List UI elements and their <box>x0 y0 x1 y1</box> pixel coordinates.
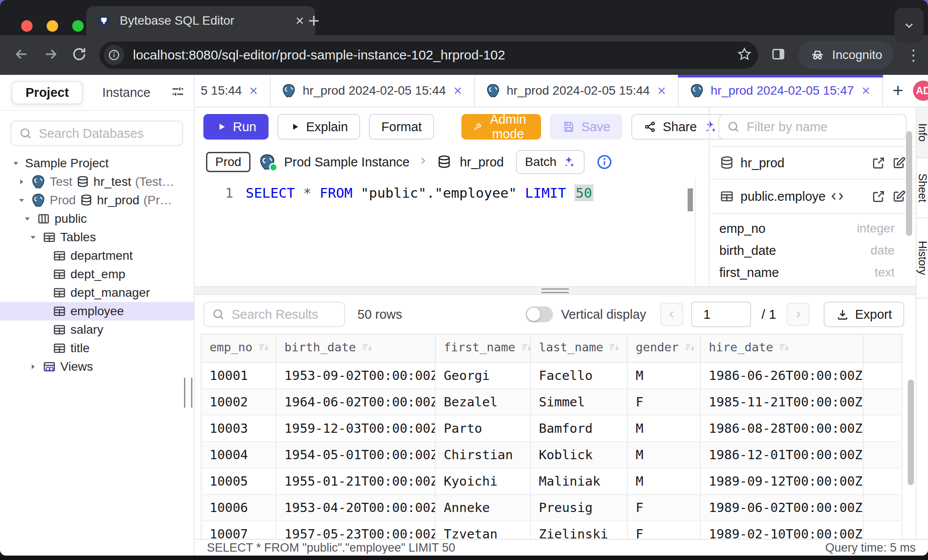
tree-item-title[interactable]: title <box>0 339 194 357</box>
tab-overview-button[interactable] <box>895 8 924 43</box>
format-button[interactable]: Format <box>369 114 434 140</box>
forward-icon[interactable] <box>42 46 59 64</box>
prev-page-button[interactable] <box>660 303 683 326</box>
column-row[interactable]: emp_nointeger <box>719 217 906 239</box>
cell[interactable]: 1955-01-21T00:00:00Z <box>276 468 435 494</box>
cell[interactable]: F <box>627 494 700 521</box>
tree-settings-icon[interactable] <box>170 84 186 101</box>
tree-item-sample-project[interactable]: Sample Project <box>0 154 194 173</box>
caret-down-icon[interactable] <box>22 214 33 224</box>
minimize-window-button[interactable] <box>47 20 58 32</box>
cell[interactable]: M <box>627 468 700 494</box>
column-row[interactable]: first_nametext <box>719 262 906 284</box>
filter-by-name-input[interactable] <box>718 114 907 140</box>
tab-history[interactable]: History <box>917 218 928 298</box>
sort-icon[interactable] <box>608 343 621 357</box>
vertical-display-toggle[interactable] <box>526 306 553 322</box>
explain-button[interactable]: Explain <box>277 114 360 140</box>
column-row[interactable]: birth_datedate <box>719 239 906 262</box>
cell[interactable]: Chirstian <box>435 442 530 468</box>
editor-tab[interactable]: hr_prod 2024-02-05 15:44 <box>271 75 475 107</box>
cell[interactable]: Facello <box>530 362 627 389</box>
cell[interactable]: M <box>627 442 700 468</box>
cell[interactable]: 10003 <box>201 415 276 442</box>
tree-item-hr_test[interactable]: Testhr_test(Test… <box>0 173 194 191</box>
next-page-button[interactable] <box>787 303 810 326</box>
column-header[interactable]: last_name <box>530 334 627 362</box>
sort-icon[interactable] <box>520 343 533 357</box>
tree-item-tables[interactable]: Tables <box>0 228 194 247</box>
column-row[interactable]: last_nametext <box>719 284 906 286</box>
sort-icon[interactable] <box>257 343 270 357</box>
sort-icon[interactable] <box>361 343 374 357</box>
cell[interactable]: F <box>627 389 700 415</box>
cell[interactable]: 1964-06-02T00:00:00Z <box>276 389 435 415</box>
table-scrollbar[interactable] <box>908 379 914 485</box>
tab-info[interactable]: Info <box>917 107 928 158</box>
column-header[interactable]: birth_date <box>276 334 435 362</box>
back-icon[interactable] <box>13 46 30 64</box>
caret-right-icon[interactable] <box>28 361 38 372</box>
close-tab-icon[interactable] <box>294 15 306 26</box>
sort-icon[interactable] <box>683 343 696 357</box>
close-tab-icon[interactable] <box>248 85 259 96</box>
external-link-icon[interactable] <box>872 189 886 203</box>
caret-down-icon[interactable] <box>16 195 27 206</box>
cell[interactable]: 1953-09-02T00:00:00Z <box>276 362 435 389</box>
tree-item-dept_manager[interactable]: dept_manager <box>0 284 194 302</box>
cell[interactable]: 1957-05-23T00:00:00Z <box>276 521 435 539</box>
new-browser-tab-button[interactable]: + <box>308 10 320 32</box>
side-panel-icon[interactable] <box>770 46 786 64</box>
cell[interactable]: F <box>627 521 700 539</box>
cell[interactable]: 1989-02-10T00:00:00Z <box>700 521 863 539</box>
tab-instance[interactable]: Instance <box>102 85 151 100</box>
cell[interactable]: 10006 <box>201 494 276 521</box>
tree-item-salary[interactable]: salary <box>0 321 194 339</box>
caret-down-icon[interactable] <box>28 232 38 243</box>
editor-tab[interactable]: hr_prod 2024-02-05 15:44 <box>475 75 679 107</box>
code-icon[interactable] <box>830 189 845 204</box>
cell[interactable]: 1953-04-20T00:00:00Z <box>276 494 435 521</box>
cell[interactable]: 1989-09-12T00:00:00Z <box>700 468 863 494</box>
cell[interactable]: Simmel <box>530 389 627 415</box>
cell[interactable]: Zielinski <box>530 521 627 539</box>
bookmark-star-icon[interactable] <box>737 47 752 63</box>
new-editor-tab-button[interactable]: + <box>883 75 913 107</box>
cell[interactable]: 1985-11-21T00:00:00Z <box>700 389 863 415</box>
schema-scrollbar[interactable] <box>906 131 912 236</box>
avatar[interactable]: AD <box>913 81 928 101</box>
external-link-icon[interactable] <box>872 156 886 170</box>
reload-icon[interactable] <box>71 46 87 64</box>
tree-item-dept_emp[interactable]: dept_emp <box>0 265 194 284</box>
cell[interactable]: Anneke <box>435 494 530 521</box>
cell[interactable]: 10007 <box>201 521 276 539</box>
cell[interactable]: Preusig <box>530 494 627 521</box>
column-header[interactable]: first_name <box>435 334 530 362</box>
browser-menu-icon[interactable]: ⋮ <box>906 51 915 59</box>
schema-table-row[interactable]: public.employe <box>710 179 916 214</box>
column-header[interactable]: hire_date <box>700 334 863 362</box>
cell[interactable]: 1954-05-01T00:00:00Z <box>276 442 435 468</box>
schema-database-row[interactable]: hr_prod <box>710 146 916 179</box>
maximize-window-button[interactable] <box>72 20 84 32</box>
close-tab-icon[interactable] <box>860 85 872 96</box>
cell[interactable]: 1986-08-28T00:00:00Z <box>700 415 863 442</box>
cell[interactable]: Georgi <box>435 362 530 389</box>
tree-item-hr_prod[interactable]: Prodhr_prod(Pr… <box>0 191 194 210</box>
cell[interactable]: 10002 <box>201 389 276 415</box>
caret-down-icon[interactable] <box>11 158 21 169</box>
cell[interactable]: 1959-12-03T00:00:00Z <box>276 415 435 442</box>
run-button[interactable]: Run <box>203 114 269 140</box>
cell[interactable]: Bezalel <box>435 389 530 415</box>
close-tab-icon[interactable] <box>452 85 464 96</box>
editor-tab[interactable]: hr_prod 2024-02-05 15:47 <box>679 75 883 107</box>
cell[interactable]: Bamford <box>530 415 627 442</box>
edit-icon[interactable] <box>892 156 906 170</box>
cell[interactable]: 10001 <box>201 362 276 389</box>
admin-mode-button[interactable]: Admin mode <box>461 114 541 140</box>
batch-button[interactable]: Batch <box>516 150 585 174</box>
site-info-icon[interactable] <box>104 45 124 65</box>
tab-project[interactable]: Project <box>11 81 83 104</box>
page-number-input[interactable] <box>691 302 751 327</box>
info-icon[interactable] <box>596 154 613 170</box>
